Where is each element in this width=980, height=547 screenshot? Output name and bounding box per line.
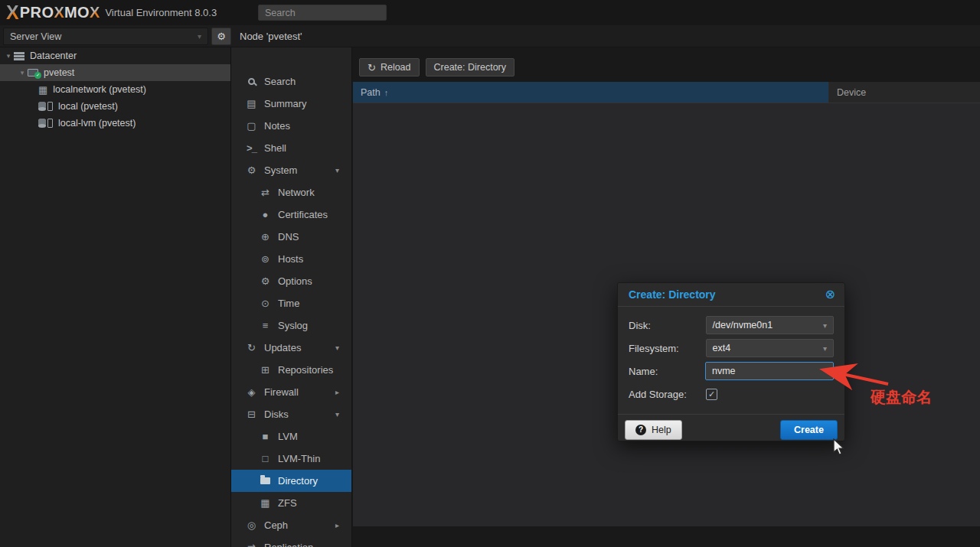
nav-item-label: Notes (264, 120, 290, 132)
nav-item-label: Replication (264, 542, 313, 547)
name-field-label: Name: (629, 366, 705, 377)
global-search-input[interactable] (258, 5, 387, 21)
nav-item-repositories[interactable]: ⊞ Repositories (231, 359, 351, 381)
nav-item-notes[interactable]: ▢ Notes (231, 115, 351, 137)
nav-item-label: Updates (264, 342, 301, 353)
nav-item-shell[interactable]: >_ Shell (231, 137, 351, 159)
nav-item-label: Network (278, 187, 315, 198)
tree-item-label: localnetwork (pvetest) (53, 84, 146, 95)
caret-down-icon[interactable]: ▾ (335, 166, 351, 174)
check-icon: ✓ (708, 389, 715, 399)
nav-item-directory[interactable]: Directory (231, 470, 351, 492)
filesystem-field-label: Filesystem: (629, 343, 706, 354)
nav-item-certificates[interactable]: ● Certificates (231, 203, 351, 226)
brand-text: MO (64, 4, 90, 21)
column-header-path[interactable]: Path ↑ (353, 82, 829, 103)
disk-select[interactable]: /dev/nvme0n1 ▾ (706, 316, 834, 334)
nav-item-options[interactable]: ⚙ Options (231, 270, 351, 292)
gear-icon: ⚙ (217, 31, 226, 42)
nav-item-firewall[interactable]: ◈ Firewall ▸ (231, 381, 351, 403)
tree-expand-icon[interactable]: ▾ (3, 52, 14, 60)
nav-item-ceph[interactable]: ◎ Ceph ▸ (231, 514, 351, 536)
table-header: Path ↑ Device (353, 82, 980, 103)
nav-item-label: Hosts (278, 253, 303, 265)
nav-item-replication[interactable]: ⇄ Replication (231, 536, 351, 547)
tree-item-localnetwork[interactable]: ▦ localnetwork (pvetest) (0, 81, 230, 98)
nav-item-disks[interactable]: ⊟ Disks ▾ (231, 403, 351, 425)
nav-item-label: Certificates (278, 209, 328, 220)
dialog-header[interactable]: Create: Directory ⊗ (618, 283, 844, 307)
nav-item-time[interactable]: ⊙ Time (231, 292, 351, 314)
create-directory-button-label: Create: Directory (434, 62, 506, 73)
nav-item-system[interactable]: ⚙ System ▾ (231, 159, 351, 181)
column-header-device[interactable]: Device (829, 82, 980, 103)
folder-icon (259, 477, 272, 484)
dialog-footer: ? Help Create (618, 414, 844, 444)
add-storage-checkbox[interactable]: ✓ (706, 389, 717, 400)
question-icon: ? (635, 425, 646, 435)
field-row-name: Name: (629, 362, 834, 380)
caret-down-icon[interactable]: ▾ (335, 410, 351, 418)
help-button-label: Help (652, 425, 671, 435)
caret-right-icon[interactable]: ▸ (335, 388, 351, 396)
clock-icon: ⊙ (259, 298, 272, 308)
globe-icon: ⊚ (259, 254, 272, 264)
nav-item-label: LVM (278, 431, 298, 442)
gear-icon: ⚙ (259, 276, 272, 286)
help-button[interactable]: ? Help (625, 420, 682, 440)
view-selector[interactable]: Server View ▾ (3, 28, 208, 45)
node-header-title: Node 'pvetest' (240, 31, 302, 42)
nav-item-lvm[interactable]: ■ LVM (231, 425, 351, 448)
nav-item-dns[interactable]: ⊕ DNS (231, 226, 351, 248)
field-row-filesystem: Filesystem: ext4 ▾ (629, 339, 834, 357)
tree-item-local-storage[interactable]: local (pvetest) (0, 98, 230, 115)
nav-item-label: Disks (264, 409, 289, 420)
tree-item-pvetest[interactable]: ▾ pvetest (0, 64, 230, 81)
caret-right-icon[interactable]: ▸ (335, 521, 351, 529)
nav-item-label: LVM-Thin (278, 453, 320, 464)
mouse-cursor (832, 438, 845, 456)
nav-item-label: Syslog (278, 320, 308, 331)
nav-item-updates[interactable]: ↻ Updates ▾ (231, 337, 351, 359)
tree-item-datacenter[interactable]: ▾ Datacenter (0, 47, 230, 64)
nav-item-search[interactable]: Search (231, 70, 351, 93)
nav-item-label: Search (264, 76, 296, 87)
reload-button[interactable]: ↻ Reload (359, 58, 420, 77)
disk-select-value: /dev/nvme0n1 (713, 320, 773, 330)
exchange-icon: ⇄ (259, 187, 272, 197)
caret-down-icon[interactable]: ▾ (335, 344, 351, 352)
nav-item-label: Shell (264, 142, 286, 154)
close-icon[interactable]: ⊗ (825, 288, 835, 301)
filesystem-select[interactable]: ext4 ▾ (706, 339, 834, 357)
nav-item-label: System (264, 164, 297, 176)
view-settings-button[interactable]: ⚙ (211, 28, 231, 45)
hdd-icon: ⊟ (245, 409, 258, 419)
field-row-disk: Disk: /dev/nvme0n1 ▾ (629, 316, 834, 334)
globe-icon: ⊕ (259, 232, 272, 242)
reload-icon: ↻ (368, 62, 376, 73)
tree-item-local-lvm-storage[interactable]: local-lvm (pvetest) (0, 115, 230, 132)
nav-item-zfs[interactable]: ▦ ZFS (231, 492, 351, 514)
filesystem-select-value: ext4 (713, 343, 731, 353)
create-button-label: Create (794, 425, 824, 435)
nav-item-summary[interactable]: ▤ Summary (231, 93, 351, 115)
chevron-down-icon: ▾ (823, 344, 827, 353)
nav-item-network[interactable]: ⇄ Network (231, 181, 351, 203)
create-button[interactable]: Create (780, 420, 838, 440)
create-directory-button[interactable]: Create: Directory (426, 58, 514, 77)
nav-item-label: Summary (264, 98, 307, 109)
tree-expand-icon[interactable]: ▾ (17, 69, 28, 77)
tree-item-label: local-lvm (pvetest) (58, 118, 136, 129)
chevron-down-icon: ▾ (198, 32, 201, 41)
shield-icon: ◈ (245, 387, 258, 397)
nav-item-syslog[interactable]: ≡ Syslog (231, 314, 351, 337)
nav-item-hosts[interactable]: ⊚ Hosts (231, 248, 351, 270)
nav-item-lvm-thin[interactable]: □ LVM-Thin (231, 448, 351, 470)
field-row-add-storage: Add Storage: ✓ (629, 385, 834, 403)
resource-tree: ▾ Datacenter ▾ pvetest ▦ localnetwork (p… (0, 47, 231, 547)
add-storage-field-label: Add Storage: (629, 389, 706, 400)
replication-icon: ⇄ (245, 542, 258, 547)
sort-asc-icon: ↑ (384, 88, 389, 97)
storage-icon (38, 119, 53, 128)
top-bar: X PRO X MO X Virtual Environment 8.0.3 (0, 0, 980, 25)
